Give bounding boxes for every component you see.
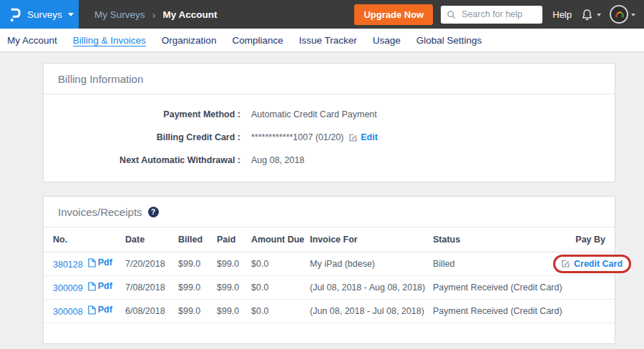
avatar <box>610 5 628 24</box>
edit-credit-card-label[interactable]: Edit <box>361 132 378 142</box>
billing-fields: Payment Method : Automatic Credit Card P… <box>44 94 615 182</box>
tab-compliance[interactable]: Compliance <box>232 35 283 46</box>
invoice-due-cell: $0.0 <box>247 275 306 299</box>
invoice-for-cell: My iPad (bdese) <box>306 252 429 275</box>
questionpro-logo-icon <box>9 7 21 22</box>
chevron-down-icon <box>68 13 74 19</box>
breadcrumb: My Surveys › My Account <box>94 9 218 20</box>
payment-method-row: Payment Method : Automatic Credit Card P… <box>44 103 615 126</box>
chevron-down-icon <box>597 14 601 19</box>
invoice-number-link[interactable]: 380128 <box>53 260 83 270</box>
annotation-highlight-box: Credit Card <box>553 255 631 273</box>
pdf-link-label: Pdf <box>98 257 112 267</box>
page-content: Billing Information Payment Method : Aut… <box>0 52 644 344</box>
pencil-edit-icon <box>561 259 570 268</box>
bell-icon <box>580 8 594 21</box>
column-header-pay-by: Pay By <box>549 227 615 252</box>
invoice-due-cell: $0.0 <box>247 299 306 323</box>
invoice-pdf-link[interactable]: Pdf <box>88 305 112 315</box>
edit-credit-card-button[interactable]: Edit <box>348 132 378 142</box>
tab-my-account[interactable]: My Account <box>7 35 57 46</box>
product-menu[interactable]: Surveys <box>0 0 79 29</box>
billing-information-title: Billing Information <box>44 64 615 94</box>
account-menu[interactable] <box>610 5 635 24</box>
invoice-status-cell: Payment Received (Credit Card) <box>429 299 549 323</box>
invoice-billed-cell: $99.0 <box>174 299 213 323</box>
billing-credit-card-label: Billing Credit Card : <box>44 132 240 142</box>
invoices-receipts-title-text: Invoices/Receipts <box>58 206 142 218</box>
invoice-paid-cell: $99.0 <box>213 299 247 323</box>
invoice-date-cell: 7/20/2018 <box>121 252 174 275</box>
invoice-no-cell: 300009Pdf <box>44 275 121 299</box>
search-input[interactable] <box>460 9 537 20</box>
next-withdrawal-row: Next Automatic Withdrawal : Aug 08, 2018 <box>44 149 615 172</box>
pdf-link-label: Pdf <box>98 281 112 291</box>
pdf-file-icon <box>88 258 96 267</box>
invoice-number-link[interactable]: 300009 <box>53 283 83 293</box>
invoice-status-cell: Billed <box>429 252 549 275</box>
upgrade-now-button[interactable]: Upgrade Now <box>354 4 433 25</box>
invoice-pdf-link[interactable]: Pdf <box>88 281 112 291</box>
tab-usage[interactable]: Usage <box>373 35 401 46</box>
invoice-paid-cell: $99.0 <box>213 252 247 275</box>
invoice-row: 300009Pdf 7/08/2018 $99.0 $99.0 $0.0 (Ju… <box>44 275 615 299</box>
invoices-receipts-title: Invoices/Receipts ? <box>44 197 615 227</box>
invoice-row: 300008Pdf 6/08/2018 $99.0 $99.0 $0.0 (Ju… <box>44 299 615 323</box>
invoice-payby-cell: Credit Card <box>549 252 615 275</box>
header-actions: Upgrade Now Help <box>354 4 644 25</box>
breadcrumb-separator-icon: › <box>152 9 156 20</box>
column-header-billed: Billed <box>174 227 213 252</box>
tab-organization[interactable]: Organization <box>162 35 217 46</box>
pdf-link-label: Pdf <box>98 305 112 315</box>
tab-billing-invoices[interactable]: Billing & Invoices <box>73 35 146 46</box>
invoice-table-header-row: No. Date Billed Paid Amount Due Invoice … <box>44 227 615 252</box>
column-header-paid: Paid <box>213 227 247 252</box>
chevron-down-icon <box>631 14 635 19</box>
invoice-no-cell: 380128Pdf <box>44 252 121 275</box>
invoice-number-link[interactable]: 300008 <box>53 307 83 317</box>
column-header-no: No. <box>44 227 121 252</box>
pdf-file-icon <box>88 305 96 315</box>
billing-credit-card-value: ************1007 (01/20) <box>251 132 343 142</box>
pencil-edit-icon <box>348 133 358 142</box>
invoice-pdf-link[interactable]: Pdf <box>88 257 112 267</box>
tab-issue-tracker[interactable]: Issue Tracker <box>299 35 357 46</box>
payment-method-label: Payment Method : <box>44 109 240 119</box>
next-withdrawal-value: Aug 08, 2018 <box>251 155 304 165</box>
billing-information-card: Billing Information Payment Method : Aut… <box>43 63 615 182</box>
invoice-billed-cell: $99.0 <box>174 252 213 275</box>
invoice-paid-cell: $99.0 <box>213 275 247 299</box>
invoice-date-cell: 6/08/2018 <box>121 299 174 323</box>
top-header: Surveys My Surveys › My Account Upgrade … <box>0 0 644 29</box>
invoice-for-cell: (Jun 08, 2018 - Jul 08, 2018) <box>306 299 429 323</box>
product-menu-label: Surveys <box>27 9 62 20</box>
pay-by-credit-card-link[interactable]: Credit Card <box>574 259 623 269</box>
column-header-status: Status <box>429 227 549 252</box>
invoices-table: No. Date Billed Paid Amount Due Invoice … <box>44 227 615 323</box>
next-withdrawal-label: Next Automatic Withdrawal : <box>44 155 240 165</box>
invoice-for-cell: (Jul 08, 2018 - Aug 08, 2018) <box>306 275 429 299</box>
help-tooltip-icon[interactable]: ? <box>148 207 159 217</box>
invoice-due-cell: $0.0 <box>247 252 306 275</box>
invoice-no-cell: 300008Pdf <box>44 299 121 323</box>
invoice-row: 380128Pdf 7/20/2018 $99.0 $99.0 $0.0 My … <box>44 252 615 275</box>
payment-method-value: Automatic Credit Card Payment <box>251 109 377 119</box>
pdf-file-icon <box>88 282 96 291</box>
column-header-invoice-for: Invoice For <box>306 227 429 252</box>
breadcrumb-my-surveys[interactable]: My Surveys <box>94 9 145 20</box>
account-nav-tabs: My Account Billing & Invoices Organizati… <box>0 29 644 52</box>
help-link[interactable]: Help <box>552 9 572 20</box>
invoices-receipts-card: Invoices/Receipts ? No. Date Billed Paid… <box>43 196 615 344</box>
breadcrumb-current: My Account <box>163 9 218 20</box>
notifications-button[interactable] <box>580 8 601 21</box>
billing-invoices-page: Surveys My Surveys › My Account Upgrade … <box>0 0 644 344</box>
invoice-date-cell: 7/08/2018 <box>121 275 174 299</box>
invoice-billed-cell: $99.0 <box>174 275 213 299</box>
search-icon <box>447 10 456 19</box>
help-search-box[interactable] <box>441 6 542 24</box>
invoice-status-cell: Payment Received (Credit Card) <box>429 275 549 299</box>
column-header-amount-due: Amount Due <box>247 227 306 252</box>
billing-credit-card-row: Billing Credit Card : ************1007 (… <box>44 126 615 149</box>
column-header-date: Date <box>121 227 174 252</box>
tab-global-settings[interactable]: Global Settings <box>416 35 482 46</box>
